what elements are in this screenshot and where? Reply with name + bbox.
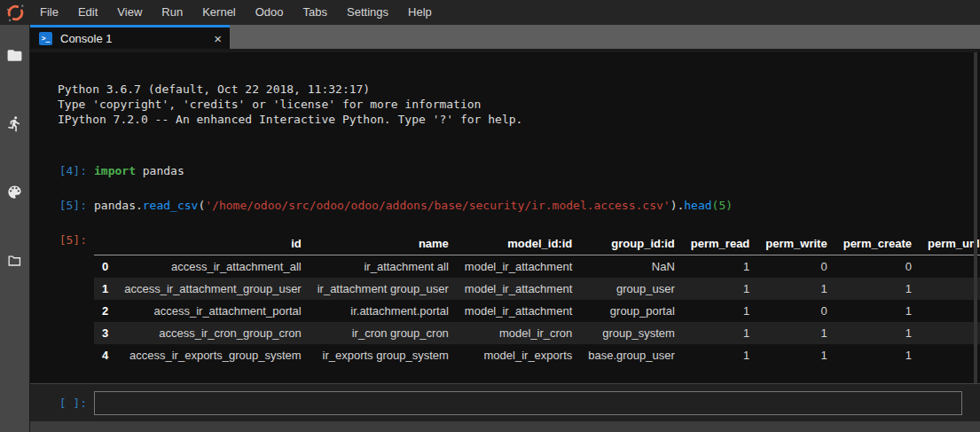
table-cell: base.group_user [580, 344, 683, 366]
column-header: perm_create [835, 232, 920, 255]
banner-line: Python 3.6.7 (default, Oct 22 2018, 11:3… [58, 82, 980, 97]
console-input-cell: [ ]: [30, 383, 980, 421]
table-row: 0access_ir_attachment_allir_attachment a… [94, 255, 980, 279]
table-cell: 1 [757, 278, 835, 300]
table-cell: 1 [920, 344, 980, 366]
row-index: 0 [94, 255, 116, 279]
table-cell: 1 [683, 255, 757, 279]
column-header: perm_write [757, 232, 835, 255]
table-cell: access_ir_attachment_group_user [116, 278, 309, 300]
table-cell: ir_exports group_system [310, 344, 457, 366]
row-index: 4 [94, 344, 116, 366]
output-prompt: [5]: [30, 232, 94, 366]
column-header: perm_unlink [920, 232, 980, 255]
row-index: 1 [94, 278, 116, 300]
table-cell: group_system [580, 322, 683, 344]
menubar: FileEditViewRunKernelOdooTabsSettingsHel… [0, 0, 980, 25]
menu-help[interactable]: Help [398, 0, 442, 25]
table-cell: access_ir_attachment_portal [116, 300, 309, 322]
table-cell: model_ir_exports [457, 344, 580, 366]
console-panel: Python 3.6.7 (default, Oct 22 2018, 11:3… [30, 49, 980, 432]
table-cell: 1 [683, 278, 757, 300]
table-cell: 1 [835, 344, 920, 366]
table-cell: 1 [757, 344, 835, 366]
table-cell: model_ir_cron [457, 322, 580, 344]
table-cell: 1 [683, 322, 757, 344]
menu-run[interactable]: Run [152, 0, 192, 25]
column-header: group_id:id [580, 232, 683, 255]
odoo-sh-logo-icon[interactable] [0, 3, 30, 23]
menu-settings[interactable]: Settings [337, 0, 398, 25]
command-palette-icon[interactable] [6, 183, 24, 200]
input-prompt: [ ]: [30, 396, 94, 411]
menu-odoo[interactable]: Odoo [246, 0, 294, 25]
column-header: perm_read [683, 232, 757, 255]
table-cell: ir.attachment.portal [310, 300, 457, 322]
banner-line: IPython 7.2.0 -- An enhanced Interactive… [58, 112, 980, 127]
table-cell: NaN [580, 255, 683, 279]
output-cell: [5]: idnamemodel_id:idgroup_id:idperm_re… [30, 232, 980, 366]
table-cell: 1 [757, 322, 835, 344]
menu-edit[interactable]: Edit [68, 0, 107, 25]
table-cell: access_ir_attachment_all [116, 255, 309, 279]
main-area: >_ Console 1 × Python 3.6.7 (default, Oc… [0, 25, 980, 432]
ipython-banner: Python 3.6.7 (default, Oct 22 2018, 11:3… [58, 82, 980, 127]
row-index: 2 [94, 300, 116, 322]
table-cell: 0 [757, 300, 835, 322]
table-cell: group_user [580, 278, 683, 300]
table-cell: ir_attachment group_user [310, 278, 457, 300]
table-row: 2access_ir_attachment_portalir.attachmen… [94, 300, 980, 322]
table-row: 1access_ir_attachment_group_userir_attac… [94, 278, 980, 300]
table-row: 3access_ir_cron_group_cronir_cron group_… [94, 322, 980, 344]
vertical-scrollbar[interactable] [974, 52, 977, 383]
cell-prompt: [4]: [30, 163, 94, 178]
table-cell: model_ir_attachment [457, 300, 580, 322]
running-sessions-icon[interactable] [6, 114, 24, 132]
tab-close-icon[interactable]: × [214, 32, 222, 45]
dock-panel: >_ Console 1 × Python 3.6.7 (default, Oc… [29, 25, 980, 432]
console-cells: [4]:import pandas[5]:pandas.read_csv('/h… [30, 163, 980, 213]
menu-file[interactable]: File [30, 0, 68, 25]
menubar-items: FileEditViewRunKernelOdooTabsSettingsHel… [30, 0, 442, 25]
tab-title: Console 1 [60, 32, 214, 45]
column-header: model_id:id [457, 232, 580, 255]
console-icon: >_ [39, 32, 52, 45]
column-header: name [310, 232, 457, 255]
menu-tabs[interactable]: Tabs [294, 0, 337, 25]
table-cell: group_portal [580, 300, 683, 322]
code-cell-0: [4]:import pandas [30, 163, 980, 178]
banner-line: Type 'copyright', 'credits' or 'license'… [58, 97, 980, 112]
table-cell: 1 [683, 344, 757, 366]
menu-view[interactable]: View [107, 0, 152, 25]
table-cell: 1 [835, 300, 920, 322]
code-cell-1: [5]:pandas.read_csv('/home/odoo/src/odoo… [30, 198, 980, 213]
table-cell: 1 [835, 278, 920, 300]
tab-console-1[interactable]: >_ Console 1 × [30, 25, 230, 49]
table-cell: 0 [835, 255, 920, 279]
table-cell: access_ir_cron_group_cron [116, 322, 309, 344]
table-cell: 1 [920, 278, 980, 300]
table-cell: 0 [757, 255, 835, 279]
table-cell: 0 [920, 255, 980, 279]
odoo-logo-svg [5, 3, 26, 23]
open-tabs-icon[interactable] [6, 251, 24, 269]
file-browser-icon[interactable] [6, 46, 24, 64]
table-cell: ir_attachment all [310, 255, 457, 279]
cell-code: pandas.read_csv('/home/odoo/src/odoo/odo… [94, 198, 733, 213]
console-input[interactable] [94, 391, 962, 415]
table-cell: 0 [920, 300, 980, 322]
console-content: Python 3.6.7 (default, Oct 22 2018, 11:3… [30, 52, 980, 383]
menu-kernel[interactable]: Kernel [192, 0, 246, 25]
cell-code: import pandas [94, 163, 184, 178]
bottom-strip [30, 421, 980, 432]
table-cell: 1 [835, 322, 920, 344]
cell-prompt: [5]: [30, 198, 94, 213]
table-row: 4access_ir_exports_group_systemir_export… [94, 344, 980, 366]
table-cell: access_ir_exports_group_system [116, 344, 309, 366]
dataframe-table: idnamemodel_id:idgroup_id:idperm_readper… [94, 232, 980, 366]
table-header-row: idnamemodel_id:idgroup_id:idperm_readper… [94, 232, 980, 255]
table-cell: ir_cron group_cron [310, 322, 457, 344]
row-index: 3 [94, 322, 116, 344]
column-header [94, 232, 116, 255]
table-cell: 1 [920, 322, 980, 344]
